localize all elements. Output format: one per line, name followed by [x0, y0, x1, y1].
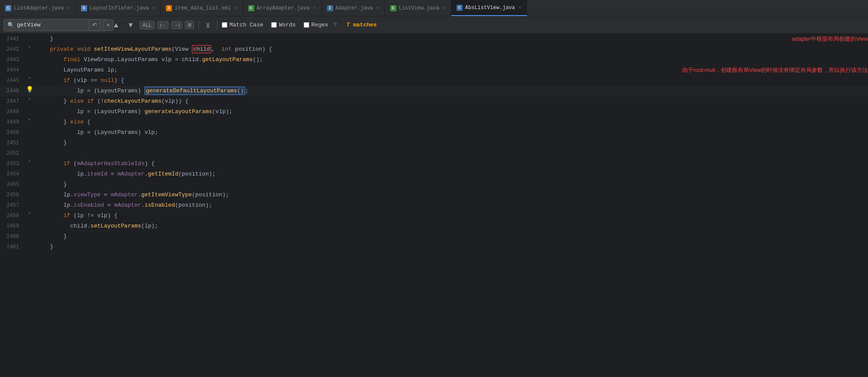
code-text: } else if (!checkLayoutParams(vlp)) {: [35, 96, 868, 107]
tab-bar: C ListAdapter.java × C LayoutInflater.ja…: [0, 0, 868, 16]
code-text: }: [35, 34, 766, 44]
fold-icon[interactable]: ▾: [28, 211, 31, 216]
line-number: 2444: [0, 65, 24, 75]
line-number: 2457: [0, 200, 24, 211]
tab-arrayadapter[interactable]: C ArrayAdapter.java ×: [243, 0, 322, 16]
regex-label: Regex: [311, 22, 328, 28]
tab-close-icon[interactable]: ×: [518, 5, 521, 10]
undo-button[interactable]: ↶: [89, 20, 100, 31]
tab-abslistview[interactable]: C AbsListView.java ×: [451, 0, 527, 16]
code-line-2452: 2452: [0, 148, 868, 159]
line-number: 2443: [0, 55, 24, 65]
gutter: 💡: [24, 86, 35, 93]
fold-icon[interactable]: ▾: [28, 117, 31, 122]
code-text: }: [35, 231, 868, 242]
line-number: 2451: [0, 138, 24, 148]
all-matches-button[interactable]: ALL: [139, 21, 155, 29]
match-case-checkbox[interactable]: [222, 22, 227, 28]
next-match-button[interactable]: ▼: [125, 20, 137, 30]
code-line-2449: 2449 ▾ } else {: [0, 117, 868, 127]
code-line-2442: 2442 ▾ private void setItemViewLayoutPar…: [0, 44, 868, 55]
words-checkbox-wrap[interactable]: Words: [271, 22, 296, 28]
line-number: 2441: [0, 34, 24, 44]
tab-layoutinflater[interactable]: C LayoutInflater.java ×: [76, 0, 161, 16]
help-icon[interactable]: ?: [334, 22, 337, 28]
line-number: 2450: [0, 127, 24, 138]
tab-close-icon[interactable]: ×: [443, 6, 446, 11]
code-line-2448: 2448 lp = (LayoutParams) generateLayoutP…: [0, 107, 868, 117]
code-text: lp = (LayoutParams) generateDefaultLayou…: [35, 86, 868, 96]
code-text: lp.viewType = mAdapter.getItemViewType(p…: [35, 190, 868, 200]
tab-close-icon[interactable]: ×: [313, 6, 316, 11]
line-number: 2452: [0, 148, 24, 159]
line-number: 2446: [0, 86, 24, 96]
code-line-2458: 2458 ▾ if (lp != vlp) {: [0, 211, 868, 221]
filter-button[interactable]: ⊻: [203, 21, 213, 29]
regex-checkbox-wrap[interactable]: Regex: [304, 22, 328, 28]
code-line-2457: 2457 lp.isEnabled = mAdapter.isEnabled(p…: [0, 200, 868, 211]
tab-adapter[interactable]: I Adapter.java ×: [322, 0, 385, 16]
code-text: }: [35, 242, 868, 252]
code-line-2455: 2455 }: [0, 179, 868, 190]
line-number: 2447: [0, 96, 24, 107]
tab-listadapter[interactable]: C ListAdapter.java ×: [0, 0, 76, 16]
fold-icon[interactable]: ▾: [28, 75, 31, 81]
bulb-icon[interactable]: 💡: [26, 86, 33, 93]
code-line-2451: 2451 }: [0, 138, 868, 148]
line-number: 2455: [0, 179, 24, 190]
line-number: 2460: [0, 231, 24, 242]
context-button[interactable]: ⊞: [185, 21, 194, 29]
tab-label: item_data_list.xml: [175, 5, 231, 11]
code-text: }: [35, 138, 868, 148]
words-checkbox[interactable]: [271, 22, 277, 28]
tab-listview[interactable]: C ListView.java ×: [385, 0, 451, 16]
code-line-2454: 2454 lp.itemId = mAdapter.getItemId(posi…: [0, 169, 868, 179]
tab-close-icon[interactable]: ×: [234, 6, 237, 11]
separator: [198, 21, 199, 29]
line-number: 2458: [0, 211, 24, 221]
tab-close-icon[interactable]: ×: [67, 6, 70, 11]
tab-label: LayoutInflater.java: [90, 5, 149, 11]
line-number: 2449: [0, 117, 24, 127]
search-input[interactable]: [17, 22, 86, 28]
line-number: 2453: [0, 159, 24, 169]
tab-close-icon[interactable]: ×: [152, 6, 155, 11]
code-text: lp.itemId = mAdapter.getItemId(position)…: [35, 169, 868, 179]
line-number: 2445: [0, 75, 24, 86]
gutter: ▾: [24, 96, 35, 101]
tab-label: Adapter.java: [336, 5, 373, 11]
tab-label: ListAdapter.java: [14, 5, 64, 11]
code-line-2456: 2456 lp.viewType = mAdapter.getItemViewT…: [0, 190, 868, 200]
gutter: ▾: [24, 117, 35, 122]
code-text: if (lp != vlp) {: [35, 211, 868, 221]
code-line-2461: 2461 }: [0, 242, 868, 252]
line-number: 2461: [0, 242, 24, 252]
code-line-2453: 2453 ▾ if (mAdapterHasStableIds) {: [0, 159, 868, 169]
matches-badge: 7 matches: [347, 22, 377, 28]
fold-icon[interactable]: ▾: [28, 44, 31, 49]
code-editor: 2441 } adapter中根据布局创建的View 2442 ▾ privat…: [0, 34, 868, 377]
word-start-button[interactable]: |←: [157, 21, 168, 29]
gutter: ▾: [24, 44, 35, 49]
word-end-button[interactable]: →|: [171, 21, 182, 29]
code-text: private void setItemViewLayoutParams(Vie…: [35, 44, 868, 55]
code-line-2459: 2459 child.setLayoutParams(lp);: [0, 221, 868, 231]
search-icon: 🔍: [7, 22, 14, 29]
code-line-2450: 2450 lp = (LayoutParams) vlp;: [0, 127, 868, 138]
tab-item-data-list[interactable]: X item_data_list.xml ×: [161, 0, 243, 16]
line-number: 2456: [0, 190, 24, 200]
code-text: final ViewGroup.LayoutParams vlp = child…: [35, 55, 868, 65]
gutter: ▾: [24, 211, 35, 216]
match-case-checkbox-wrap[interactable]: Match Case: [222, 22, 263, 28]
prev-match-button[interactable]: ▲: [110, 20, 122, 30]
code-line-2460: 2460 }: [0, 231, 868, 242]
regex-checkbox[interactable]: [304, 22, 309, 28]
tab-close-icon[interactable]: ×: [376, 6, 379, 11]
fold-icon[interactable]: ▾: [28, 159, 31, 164]
annotation-mid: 由于root=null，创建根布局View的时候没有绑定布局参数，所以执行该方法: [682, 65, 868, 75]
words-label: Words: [279, 22, 296, 28]
code-line-2444: 2444 LayoutParams lp; 由于root=null，创建根布局V…: [0, 65, 868, 75]
fold-icon[interactable]: ▾: [28, 96, 31, 101]
tab-label: ListView.java: [399, 5, 440, 11]
code-line-2447: 2447 ▾ } else if (!checkLayoutParams(vlp…: [0, 96, 868, 107]
